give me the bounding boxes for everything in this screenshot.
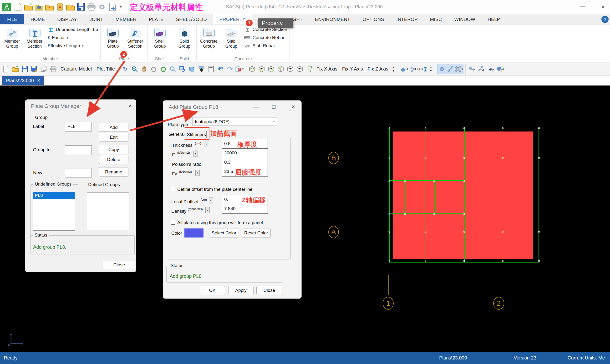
pick-plate-icon[interactable]: [487, 64, 495, 74]
copy-icon[interactable]: [39, 64, 48, 74]
print-icon[interactable]: [87, 2, 96, 12]
print-icon[interactable]: [49, 64, 58, 74]
color-swatch[interactable]: [184, 228, 204, 237]
report-list-icon[interactable]: [207, 64, 215, 74]
tab-file[interactable]: FILE: [0, 14, 24, 24]
tab-member[interactable]: MEMBER: [109, 14, 143, 24]
view-cube-side-icon[interactable]: [267, 64, 275, 74]
view-cube-back-icon[interactable]: [296, 64, 304, 74]
view-pages-icon[interactable]: [188, 64, 196, 74]
defined-groups-list[interactable]: [87, 193, 130, 230]
pick-joint-icon[interactable]: [467, 64, 476, 74]
list-item-selected[interactable]: PL8: [33, 192, 75, 199]
select-plate-icon[interactable]: ▾: [455, 64, 463, 74]
import-folder-icon[interactable]: [45, 2, 54, 12]
database-icon[interactable]: [55, 2, 65, 12]
plot-title-button[interactable]: Plot Title: [95, 66, 117, 72]
ok-button[interactable]: OK: [200, 286, 225, 295]
delete-button[interactable]: Delete: [99, 155, 129, 164]
tab-misc[interactable]: MISC: [424, 14, 448, 24]
maximize-button[interactable]: □: [589, 3, 597, 10]
new-file-icon[interactable]: [13, 2, 23, 12]
member-section-button[interactable]: MemberSection: [23, 25, 46, 56]
center-view-icon[interactable]: [197, 64, 206, 74]
e-input[interactable]: 20000.: [222, 148, 268, 158]
close-button[interactable]: ×: [599, 3, 607, 11]
redo-icon[interactable]: ↷: [226, 64, 234, 74]
view-cube-front-icon[interactable]: [257, 64, 266, 74]
tab-shell-solid[interactable]: SHELL/SOLID: [170, 14, 213, 24]
copy-button[interactable]: Copy: [99, 145, 129, 154]
poisson-input[interactable]: 0.3: [222, 158, 268, 167]
tab-help[interactable]: HELP: [481, 14, 506, 24]
density-input[interactable]: 7.849: [222, 204, 268, 214]
tab-joint[interactable]: JOINT: [83, 14, 109, 24]
recent-folder-icon[interactable]: [66, 2, 75, 12]
quick-access-dropdown-icon[interactable]: ▾: [118, 2, 123, 12]
open-file-icon[interactable]: [11, 64, 20, 74]
thickness-unit-spinner[interactable]: ▾: [204, 141, 208, 147]
pick-solid-icon[interactable]: ▾: [496, 64, 505, 74]
close-button[interactable]: Close: [256, 286, 282, 295]
add-button[interactable]: Add: [99, 123, 129, 132]
concrete-rebar-button[interactable]: Concrete Rebar: [244, 35, 287, 40]
pick-member-icon[interactable]: [477, 64, 486, 74]
plate-type-dropdown[interactable]: Isotropic (6 DOF) ▾: [193, 117, 277, 126]
toolbar-expand-icon[interactable]: ▾▾: [428, 64, 433, 74]
panel-checkbox[interactable]: [171, 220, 175, 225]
fix-x-axis-button[interactable]: Fix X Axis: [314, 66, 339, 72]
close-icon[interactable]: ×: [292, 104, 295, 110]
concrete-group-button[interactable]: ConcreteGroup: [197, 25, 220, 56]
capture-model-button[interactable]: Capture Model: [59, 66, 94, 72]
member-group-button[interactable]: MemberGroup: [1, 25, 23, 56]
offset-checkbox[interactable]: [171, 187, 175, 191]
pan-hand-icon[interactable]: [140, 64, 148, 74]
solid-group-button[interactable]: SolidGroup: [173, 25, 195, 56]
localz-unit-spinner[interactable]: ▾: [209, 197, 213, 203]
slab-group-button[interactable]: SlabGroup: [220, 25, 242, 56]
label-input[interactable]: PL8: [65, 122, 92, 131]
new-input[interactable]: [65, 168, 92, 178]
tab-interop[interactable]: INTEROP: [390, 14, 424, 24]
view-cube-top-icon[interactable]: [276, 64, 285, 74]
undo-icon[interactable]: ↶: [216, 64, 225, 74]
save-icon[interactable]: [76, 2, 86, 12]
view-cube-iso-icon[interactable]: [248, 64, 256, 74]
e-unit-spinner[interactable]: ▾: [194, 151, 198, 157]
zoom-previous-icon[interactable]: [169, 64, 177, 74]
apply-button[interactable]: Apply: [228, 286, 254, 295]
fix-y-axis-button[interactable]: Fix Y Axis: [340, 66, 365, 72]
tab-window[interactable]: WINDOW: [448, 14, 481, 24]
redraw-icon[interactable]: ↻: [121, 64, 130, 74]
new-file-icon[interactable]: [1, 64, 10, 74]
select-joint-icon[interactable]: [438, 64, 446, 74]
open-model-icon[interactable]: [24, 2, 33, 12]
save-as-icon[interactable]: [30, 64, 39, 74]
slab-rebar-button[interactable]: Slab Rebar: [244, 43, 287, 48]
settings-gear-icon[interactable]: ⚙: [97, 2, 107, 12]
stiffener-section-button[interactable]: StiffenerSection: [124, 25, 146, 56]
tab-display[interactable]: DISPLAY: [51, 14, 83, 24]
rotate-model-icon[interactable]: [159, 64, 168, 74]
select-member-icon[interactable]: [446, 64, 455, 74]
effective-length-button[interactable]: Effective Length ▾: [48, 43, 98, 48]
minimize-button[interactable]: —: [579, 3, 587, 10]
tab-environment[interactable]: ENVIRONMENT: [309, 14, 356, 24]
document-tab-plans[interactable]: Plans\23.000 ×: [2, 76, 44, 85]
toolbar-expand-icon[interactable]: ▾▾: [391, 64, 396, 74]
tab-options[interactable]: OPTIONS: [356, 14, 390, 24]
fix-z-axis-button[interactable]: Fix Z Axis: [366, 66, 390, 72]
edit-button[interactable]: Edit: [99, 133, 129, 142]
rename-button[interactable]: Rename: [99, 167, 129, 177]
shell-group-button[interactable]: ShellGroup: [148, 25, 171, 56]
minimize-icon[interactable]: —: [253, 104, 259, 110]
zoom-in-icon[interactable]: [130, 64, 139, 74]
close-button[interactable]: Close: [103, 260, 135, 269]
rotate-view-icon[interactable]: [149, 64, 158, 74]
undefined-groups-list[interactable]: PL8: [33, 192, 75, 231]
save-icon[interactable]: [21, 64, 29, 74]
density-unit-spinner[interactable]: ▾: [205, 207, 210, 213]
open-database-icon[interactable]: [34, 2, 44, 12]
view-cube-bottom-icon[interactable]: [286, 64, 295, 74]
k-factor-button[interactable]: K Factor ▾: [48, 35, 98, 40]
